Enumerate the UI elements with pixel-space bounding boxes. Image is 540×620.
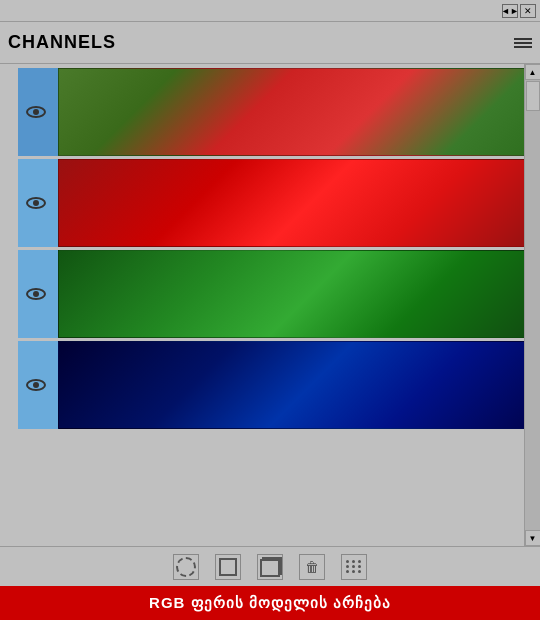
square-icon	[219, 558, 237, 576]
channel-row-red[interactable]: Red Ctrl+3	[18, 159, 524, 247]
status-text: RGB ფერის მოდელის არჩება	[149, 594, 391, 612]
channel-thumbnail-blue	[58, 341, 524, 429]
dotted-circle-icon	[176, 557, 196, 577]
menu-line-1	[514, 38, 532, 40]
visibility-toggle-rgb[interactable]	[18, 106, 54, 118]
back-forward-button[interactable]: ◄►	[502, 4, 518, 18]
visibility-column	[0, 64, 18, 546]
visibility-toggle-green[interactable]	[18, 288, 54, 300]
panel-header: CHANNELS	[0, 22, 540, 64]
channel-thumbnail-rgb	[58, 68, 524, 156]
bottom-toolbar: 🗑	[0, 546, 540, 586]
channels-panel: ◄► ✕ CHANNELS RGB	[0, 0, 540, 620]
menu-line-2	[514, 42, 532, 44]
channel-row-rgb[interactable]: RGB Ctrl+2	[18, 68, 524, 156]
channel-thumbnail-red	[58, 159, 524, 247]
scroll-down-button[interactable]: ▼	[525, 530, 541, 546]
panel-menu-button[interactable]	[514, 38, 532, 48]
close-button[interactable]: ✕	[520, 4, 536, 18]
eye-pupil	[33, 200, 39, 206]
duplicate-channel-button[interactable]	[257, 554, 283, 580]
eye-icon-blue	[26, 379, 46, 391]
visibility-toggle-blue[interactable]	[18, 379, 54, 391]
menu-line-3	[514, 46, 532, 48]
scroll-track	[525, 80, 541, 530]
eye-pupil	[33, 291, 39, 297]
scroll-up-button[interactable]: ▲	[525, 64, 541, 80]
channel-row-green[interactable]: Green Ctrl+4	[18, 250, 524, 338]
trash-icon: 🗑	[305, 559, 319, 575]
channel-thumbnail-green	[58, 250, 524, 338]
more-options-button[interactable]	[341, 554, 367, 580]
scrollbar: ▲ ▼	[524, 64, 540, 546]
channel-view-button[interactable]	[215, 554, 241, 580]
channel-row-blue[interactable]: Blue Ctrl+5	[18, 341, 524, 429]
scroll-thumb[interactable]	[526, 81, 540, 111]
eye-icon-red	[26, 197, 46, 209]
eye-icon-rgb	[26, 106, 46, 118]
main-area: RGB Ctrl+2 Red Ctrl+3	[0, 64, 540, 546]
layer-icon	[260, 557, 280, 577]
selection-tool-button[interactable]	[173, 554, 199, 580]
panel-title: CHANNELS	[8, 32, 116, 53]
titlebar: ◄► ✕	[0, 0, 540, 22]
eye-pupil	[33, 382, 39, 388]
visibility-toggle-red[interactable]	[18, 197, 54, 209]
eye-pupil	[33, 109, 39, 115]
delete-channel-button[interactable]: 🗑	[299, 554, 325, 580]
eye-icon-green	[26, 288, 46, 300]
dots-icon	[346, 560, 362, 573]
channel-list: RGB Ctrl+2 Red Ctrl+3	[18, 64, 524, 546]
status-bar: RGB ფერის მოდელის არჩება	[0, 586, 540, 620]
